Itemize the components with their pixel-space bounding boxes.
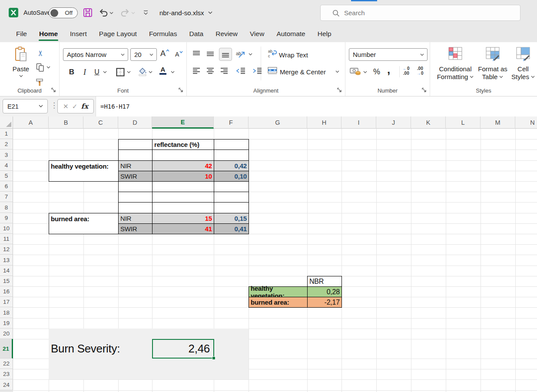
search-input[interactable] xyxy=(344,5,509,20)
row-header-21[interactable]: 21 xyxy=(0,339,13,359)
top-align-icon[interactable] xyxy=(192,50,201,57)
font-color-dropdown-chevron-icon[interactable] xyxy=(171,71,175,73)
cell-E10-value[interactable]: 41 xyxy=(152,224,214,234)
column-header-H[interactable]: H xyxy=(307,116,341,129)
cell-G16-healthy-label[interactable]: healthy vegetation: xyxy=(249,286,308,297)
fill-color-icon[interactable] xyxy=(138,67,147,76)
row-header-20[interactable]: 20 xyxy=(0,329,13,339)
align-right-icon[interactable] xyxy=(220,67,229,74)
search-box[interactable] xyxy=(320,5,520,21)
undo-icon[interactable] xyxy=(99,8,108,17)
cell-F8[interactable] xyxy=(214,203,249,213)
cell-E5-value[interactable]: 10 xyxy=(152,171,214,182)
row-header-1[interactable]: 1 xyxy=(0,129,13,139)
row-header-15[interactable]: 15 xyxy=(0,276,13,286)
number-dialog-launcher-icon[interactable] xyxy=(421,87,427,93)
row-header-9[interactable]: 9 xyxy=(0,213,13,223)
alignment-dialog-launcher-icon[interactable] xyxy=(337,87,342,93)
tab-page-layout[interactable]: Page Layout xyxy=(93,25,143,42)
cell-E3[interactable] xyxy=(152,150,214,161)
cell-F6[interactable] xyxy=(214,182,249,192)
merge-center-icon[interactable] xyxy=(268,67,277,75)
percent-style-button[interactable]: % xyxy=(373,65,380,78)
customize-quick-access-icon[interactable] xyxy=(143,10,149,16)
borders-dropdown-chevron-icon[interactable] xyxy=(127,71,131,73)
row-header-7[interactable]: 7 xyxy=(0,192,13,202)
tab-insert[interactable]: Insert xyxy=(64,25,93,42)
paste-button[interactable]: Paste xyxy=(10,47,31,87)
cell-F3[interactable] xyxy=(214,150,249,161)
row-header-14[interactable]: 14 xyxy=(0,266,13,276)
cell-D7[interactable] xyxy=(119,192,152,203)
underline-dropdown-chevron-icon[interactable] xyxy=(103,71,107,73)
cell-E6[interactable] xyxy=(152,182,214,192)
column-header-K[interactable]: K xyxy=(411,116,446,129)
orientation-icon[interactable]: ab xyxy=(235,49,246,59)
column-header-M[interactable]: M xyxy=(481,116,515,129)
cell-D10-band[interactable]: SWIR xyxy=(119,224,152,234)
cell-F2[interactable] xyxy=(214,140,249,150)
merge-center-button[interactable]: Merge & Center xyxy=(280,65,326,78)
enter-icon[interactable]: ✓ xyxy=(72,103,78,110)
number-format-combobox[interactable]: Number xyxy=(349,48,428,61)
tab-home[interactable]: Home xyxy=(33,25,64,42)
row-header-2[interactable]: 2 xyxy=(0,139,13,149)
cell-styles-button[interactable]: Cell Styles xyxy=(511,46,535,81)
font-dialog-launcher-icon[interactable] xyxy=(178,87,183,93)
cell-D6[interactable] xyxy=(119,182,152,192)
name-box[interactable]: E21 xyxy=(3,99,48,113)
column-header-F[interactable]: F xyxy=(214,116,249,129)
cell-E9-value[interactable]: 15 xyxy=(152,213,214,224)
column-header-B[interactable]: B xyxy=(49,116,83,129)
cell-D4-band[interactable]: NIR xyxy=(119,161,152,171)
formula-input[interactable]: =H16-H17 xyxy=(96,96,537,116)
format-painter-icon[interactable] xyxy=(36,78,44,86)
accounting-dropdown-chevron-icon[interactable] xyxy=(363,71,367,73)
autosave-toggle[interactable]: Off xyxy=(49,7,78,18)
row-header-17[interactable]: 17 xyxy=(0,297,13,307)
row-header-24[interactable]: 24 xyxy=(0,379,13,390)
accounting-format-icon[interactable] xyxy=(350,67,361,76)
cell-D2[interactable] xyxy=(119,140,152,150)
cell-B9-burned-label[interactable]: burned area: xyxy=(49,213,119,234)
wrap-text-icon[interactable]: abc xyxy=(268,49,277,58)
orientation-dropdown-chevron-icon[interactable] xyxy=(249,53,252,56)
row-header-4[interactable]: 4 xyxy=(0,160,13,171)
redo-dropdown-chevron-icon[interactable] xyxy=(131,12,135,14)
font-size-combobox[interactable]: 20 xyxy=(130,48,157,61)
cut-icon[interactable]: ✂ xyxy=(36,48,45,58)
save-icon[interactable] xyxy=(83,8,93,17)
wrap-text-button[interactable]: Wrap Text xyxy=(279,48,308,61)
middle-align-icon[interactable] xyxy=(206,50,215,57)
column-header-J[interactable]: J xyxy=(376,116,411,129)
fill-handle[interactable] xyxy=(212,356,215,360)
row-header-19[interactable]: 19 xyxy=(0,318,13,329)
fill-color-dropdown-chevron-icon[interactable] xyxy=(149,71,152,73)
cell-F5-fraction[interactable]: 0,10 xyxy=(214,171,249,182)
cell-D9-band[interactable]: NIR xyxy=(119,213,152,224)
cell-E7[interactable] xyxy=(152,192,214,203)
column-header-D[interactable]: D xyxy=(118,116,152,129)
row-header-5[interactable]: 5 xyxy=(0,171,13,181)
copy-icon[interactable] xyxy=(36,63,44,72)
clipboard-dialog-launcher-icon[interactable] xyxy=(51,87,56,93)
copy-dropdown-chevron-icon[interactable] xyxy=(46,66,50,69)
cell-B4-healthy-label[interactable]: healthy vegetation: xyxy=(49,160,119,182)
cell-D3[interactable] xyxy=(119,150,152,161)
excel-logo-icon[interactable] xyxy=(9,8,18,17)
column-header-I[interactable]: I xyxy=(341,116,376,129)
cancel-icon[interactable]: ✕ xyxy=(63,103,69,110)
comma-style-button[interactable]: , xyxy=(387,63,390,76)
format-as-table-button[interactable]: Format as Table xyxy=(476,46,509,81)
row-header-6[interactable]: 6 xyxy=(0,181,13,192)
row-header-12[interactable]: 12 xyxy=(0,244,13,255)
cell-E4-value[interactable]: 42 xyxy=(152,161,214,171)
cell-H17-burned-nbr[interactable]: -2,17 xyxy=(307,297,342,308)
tab-view[interactable]: View xyxy=(244,25,270,42)
redo-icon[interactable] xyxy=(120,8,130,17)
tab-data[interactable]: Data xyxy=(183,25,209,42)
row-header-16[interactable]: 16 xyxy=(0,286,13,297)
bottom-align-button-selected[interactable] xyxy=(219,48,232,61)
tab-help[interactable]: Help xyxy=(312,25,338,42)
cell-H15-nbr-header[interactable]: NBR xyxy=(307,276,342,287)
